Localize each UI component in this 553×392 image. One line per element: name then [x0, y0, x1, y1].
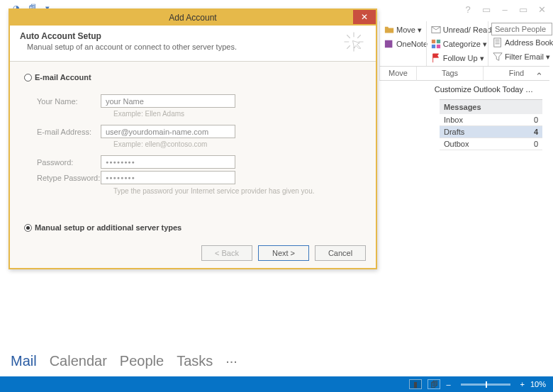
- dialog-close-button[interactable]: ✕: [353, 10, 376, 24]
- restore-button[interactable]: ▭: [479, 3, 493, 16]
- window-controls: ? ▭ – ▭ ✕: [461, 3, 549, 16]
- address-book-icon: [493, 38, 503, 47]
- close-window-button[interactable]: ✕: [535, 3, 549, 16]
- filter-email-menu[interactable]: Filter Email ▾: [491, 50, 547, 64]
- help-button[interactable]: ?: [461, 3, 475, 16]
- svg-rect-4: [432, 45, 435, 48]
- svg-rect-5: [437, 45, 440, 48]
- folder-row-outbox[interactable]: Outbox0: [440, 138, 542, 150]
- unread-read-button[interactable]: Unread/ Read: [430, 23, 485, 37]
- folder-count: 0: [534, 140, 538, 148]
- ribbon-group-tags: Tags: [416, 67, 483, 81]
- svg-rect-3: [437, 40, 440, 43]
- address-book-button[interactable]: Address Book: [491, 35, 547, 50]
- folder-count: 4: [534, 128, 538, 136]
- folder-count: 0: [534, 116, 538, 124]
- folder-row-inbox[interactable]: Inbox0: [440, 114, 542, 126]
- view-normal-button[interactable]: ▮: [409, 379, 422, 389]
- follow-up-menu[interactable]: Follow Up ▾: [430, 51, 485, 65]
- password-input[interactable]: ●●●●●●●●: [101, 155, 235, 169]
- folder-name: Drafts: [444, 128, 464, 136]
- zoom-out-button[interactable]: –: [446, 380, 450, 388]
- svg-rect-2: [432, 40, 435, 43]
- status-bar: ▮ 🗐 – + 10%: [0, 376, 553, 392]
- name-example: Example: Ellen Adams: [113, 110, 362, 118]
- manual-setup-radio[interactable]: Manual setup or additional server types: [24, 223, 362, 232]
- password-hint: Type the password your Internet service …: [113, 187, 362, 195]
- dialog-titlebar[interactable]: Add Account ✕: [10, 10, 376, 26]
- cancel-button[interactable]: Cancel: [315, 245, 366, 261]
- dialog-subheading: Manual setup of an account or connect to…: [27, 43, 366, 51]
- folder-icon: [384, 25, 394, 35]
- view-reading-button[interactable]: 🗐: [428, 379, 440, 389]
- search-people-input[interactable]: [491, 23, 552, 35]
- back-button: < Back: [201, 245, 252, 261]
- radio-label: Manual setup or additional server types: [35, 223, 181, 232]
- zoom-slider[interactable]: [461, 383, 510, 386]
- maximize-button[interactable]: ▭: [516, 3, 530, 16]
- categorize-menu[interactable]: Categorize ▾: [430, 37, 485, 51]
- zoom-in-button[interactable]: +: [520, 380, 525, 388]
- nav-mail[interactable]: Mail: [11, 353, 37, 369]
- onenote-button[interactable]: OneNote: [383, 37, 423, 51]
- funnel-icon: [493, 52, 503, 62]
- dialog-heading: Auto Account Setup: [20, 31, 366, 41]
- email-account-radio[interactable]: E-mail Account: [24, 73, 362, 82]
- onenote-icon: [384, 39, 394, 49]
- retype-password-label: Retype Password:: [37, 174, 101, 182]
- collapse-ribbon-button[interactable]: ⌃: [535, 71, 543, 82]
- minimize-button[interactable]: –: [498, 3, 512, 16]
- envelope-icon: [431, 25, 441, 35]
- navigation-bar: Mail Calendar People Tasks ···: [11, 353, 238, 369]
- ribbon-group-move: Move: [379, 67, 416, 81]
- nav-people[interactable]: People: [120, 353, 164, 369]
- email-example: Example: ellen@contoso.com: [113, 140, 362, 148]
- name-label: Your Name:: [37, 97, 101, 106]
- messages-pane: Messages Inbox0 Drafts4 Outbox0: [440, 99, 542, 150]
- next-button[interactable]: Next >: [258, 245, 309, 261]
- nav-calendar[interactable]: Calendar: [50, 353, 107, 369]
- radio-label: E-mail Account: [35, 73, 91, 82]
- nav-tasks[interactable]: Tasks: [177, 353, 213, 369]
- folder-name: Outbox: [444, 140, 469, 148]
- add-account-dialog: Add Account ✕ Auto Account Setup Manual …: [9, 9, 377, 269]
- folder-row-drafts[interactable]: Drafts4: [440, 126, 542, 138]
- cursor-sparkle-icon: [343, 31, 364, 52]
- retype-password-input[interactable]: ●●●●●●●●: [101, 171, 235, 184]
- nav-more[interactable]: ···: [225, 353, 238, 369]
- radio-icon: [24, 224, 32, 232]
- messages-header: Messages: [440, 99, 542, 114]
- customize-outlook-link[interactable]: Customize Outlook Today …: [435, 85, 533, 94]
- email-label: E-mail Address:: [37, 128, 101, 136]
- email-input[interactable]: [101, 125, 235, 138]
- ribbon: Move ▾ OneNote Unread/ Read Categorize ▾…: [379, 21, 549, 81]
- your-name-input[interactable]: [101, 94, 235, 108]
- password-label: Password:: [37, 158, 101, 167]
- dialog-header: Auto Account Setup Manual setup of an ac…: [10, 26, 376, 62]
- svg-rect-0: [385, 40, 393, 48]
- categorize-icon: [431, 39, 441, 49]
- move-menu[interactable]: Move ▾: [383, 23, 423, 37]
- dialog-title: Add Account: [169, 13, 216, 23]
- folder-name: Inbox: [444, 116, 463, 124]
- svg-rect-6: [494, 38, 501, 47]
- flag-icon: [431, 53, 441, 63]
- radio-icon: [24, 74, 32, 82]
- zoom-level: 10%: [530, 380, 546, 388]
